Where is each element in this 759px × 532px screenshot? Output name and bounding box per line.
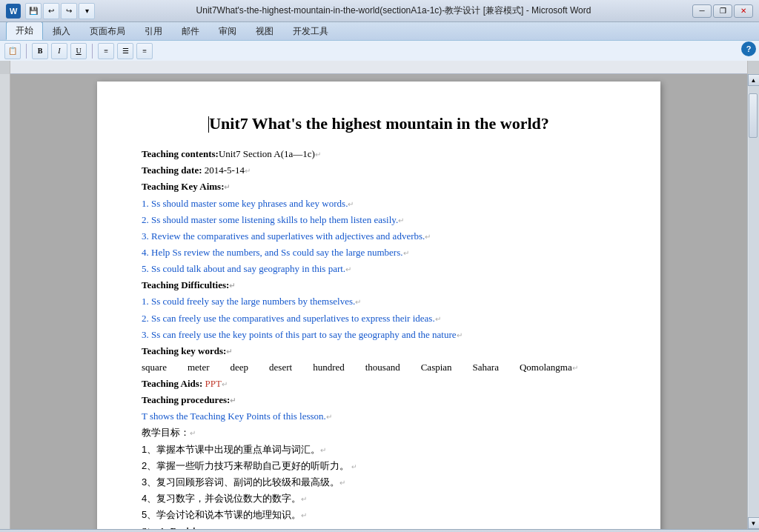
teaching-contents-value: Unit7 Section A(1a—1c)↵ — [219, 148, 321, 159]
chinese-item-4: 4、复习数字，并会说位数大的数字。↵ — [142, 491, 616, 506]
difficulty-1: 1. Ss could freely say the large numbers… — [142, 294, 616, 309]
key-aim-1: 1. Ss should master some key phrases and… — [142, 196, 616, 211]
help-icon[interactable]: ? — [741, 41, 756, 56]
difficulties-label: Teaching Difficulties:↵ — [142, 278, 616, 293]
tab-developer[interactable]: 开发工具 — [283, 22, 338, 40]
kw-desert: desert — [269, 360, 292, 375]
kw-deep: deep — [231, 360, 249, 375]
close-button[interactable]: ✕ — [734, 4, 753, 18]
tab-page-layout[interactable]: 页面布局 — [80, 22, 135, 40]
kw-qomolangma: Qomolangma↵ — [520, 360, 578, 375]
separator — [26, 44, 27, 59]
kw-square: square — [142, 360, 167, 375]
teaching-date-line: Teaching date: 2014-5-14↵ — [142, 163, 616, 178]
minimize-button[interactable]: ─ — [692, 4, 712, 18]
dropdown-icon[interactable]: ▾ — [79, 3, 95, 19]
tab-start[interactable]: 开始 — [6, 21, 43, 40]
italic-icon[interactable]: I — [51, 43, 67, 59]
save-icon[interactable]: 💾 — [25, 3, 42, 19]
ruler-area — [0, 61, 759, 74]
chinese-item-5: 5、学会讨论和说本节课的地理知识。↵ — [142, 508, 616, 522]
kw-meter: meter — [188, 360, 210, 375]
bold-icon[interactable]: B — [32, 43, 48, 59]
svg-text:W: W — [10, 7, 18, 16]
tab-references[interactable]: 引用 — [135, 22, 172, 40]
tab-review[interactable]: 审阅 — [209, 22, 246, 40]
procedures-label: Teaching procedures:↵ — [142, 393, 616, 408]
key-words-list: square meter deep desert hundred thousan… — [142, 360, 616, 375]
window-title: Unit7What's-the-highest-mountain-in-the-… — [95, 4, 692, 17]
align-center-icon[interactable]: ☰ — [117, 43, 133, 59]
chinese-item-2: 2、掌握一些听力技巧来帮助自己更好的听听力。 ↵ — [142, 459, 616, 473]
scroll-track[interactable] — [749, 86, 759, 517]
kw-thousand: thousand — [365, 360, 400, 375]
ribbon-tabs: 开始 插入 页面布局 引用 邮件 审阅 视图 开发工具 — [0, 22, 759, 40]
separator2 — [92, 44, 93, 59]
chinese-label: 教学目标：↵ — [142, 425, 616, 440]
aids-line: Teaching Aids: PPT↵ — [142, 376, 616, 391]
scroll-up-button[interactable]: ▲ — [748, 74, 760, 86]
tab-view[interactable]: 视图 — [246, 22, 283, 40]
ruler — [10, 61, 747, 74]
ribbon: 开始 插入 页面布局 引用 邮件 审阅 视图 开发工具 📋 B I U ≡ ☰ … — [0, 22, 759, 61]
title-text: Unit7 What's the highest mountain in the… — [209, 114, 549, 133]
status-bar: Unit7What's-the-highest-mountain-in-the-… — [0, 529, 759, 532]
paste-icon[interactable]: 📋 — [4, 43, 21, 59]
main-area: Unit7 What's the highest mountain in the… — [0, 74, 759, 529]
teaching-contents-label: Teaching contents: — [142, 148, 219, 159]
document-page: Unit7 What's the highest mountain in the… — [97, 82, 660, 529]
scrollbar-right[interactable]: ▲ ▼ — [747, 74, 759, 529]
kw-sahara: Sahara — [473, 360, 499, 375]
word-icon: W — [6, 4, 21, 19]
kw-hundred: hundred — [313, 360, 345, 375]
key-aim-5: 5. Ss could talk about and say geography… — [142, 262, 616, 276]
procedures-intro: T shows the Teaching Key Points of this … — [142, 409, 616, 424]
quick-access-toolbar: 💾 ↩ ↪ ▾ — [25, 3, 95, 19]
kw-caspian: Caspian — [421, 360, 452, 375]
window-controls: ─ ❐ ✕ — [692, 4, 753, 18]
difficulty-3: 3. Ss can freely use the key points of t… — [142, 327, 616, 342]
tab-mailings[interactable]: 邮件 — [172, 22, 209, 40]
step1-label: Step1: Revision↵ — [142, 524, 616, 529]
teaching-date-label: Teaching date: — [142, 164, 202, 176]
document-container[interactable]: Unit7 What's the highest mountain in the… — [10, 74, 747, 529]
difficulty-2: 2. Ss can freely use the comparatives an… — [142, 311, 616, 326]
scroll-thumb[interactable] — [749, 93, 758, 138]
teaching-contents-line: Teaching contents:Unit7 Section A(1a—1c)… — [142, 147, 616, 162]
redo-icon[interactable]: ↪ — [61, 3, 77, 19]
key-aim-2: 2. Ss should master some listening skill… — [142, 213, 616, 227]
restore-button[interactable]: ❐ — [713, 4, 732, 18]
key-aim-3: 3. Review the comparatives and superlati… — [142, 229, 616, 244]
undo-icon[interactable]: ↩ — [43, 3, 59, 19]
key-words-label: Teaching key words:↵ — [142, 344, 616, 359]
teaching-date-value: 2014-5-14↵ — [202, 164, 251, 176]
key-aim-4: 4. Help Ss review the numbers, and Ss co… — [142, 245, 616, 260]
aids-label: Teaching Aids: — [142, 378, 202, 389]
tab-insert[interactable]: 插入 — [43, 22, 80, 40]
align-right-icon[interactable]: ≡ — [136, 43, 153, 59]
left-panel — [0, 74, 10, 529]
title-bar: W 💾 ↩ ↪ ▾ Unit7What's-the-highest-mounta… — [0, 0, 759, 22]
align-left-icon[interactable]: ≡ — [98, 43, 114, 59]
page-title: Unit7 What's the highest mountain in the… — [142, 111, 616, 136]
ribbon-content: 📋 B I U ≡ ☰ ≡ — [0, 40, 759, 61]
key-aims-label: Teaching Key Aims:↵ — [142, 179, 616, 194]
chinese-item-3: 3、复习回顾形容词、副词的比较级和最高级。↵ — [142, 475, 616, 490]
underline-icon[interactable]: U — [70, 43, 87, 59]
scroll-down-button[interactable]: ▼ — [748, 517, 760, 529]
chinese-item-1: 1、掌握本节课中出现的重点单词与词汇。↵ — [142, 442, 616, 457]
aids-value: PPT↵ — [202, 378, 228, 389]
